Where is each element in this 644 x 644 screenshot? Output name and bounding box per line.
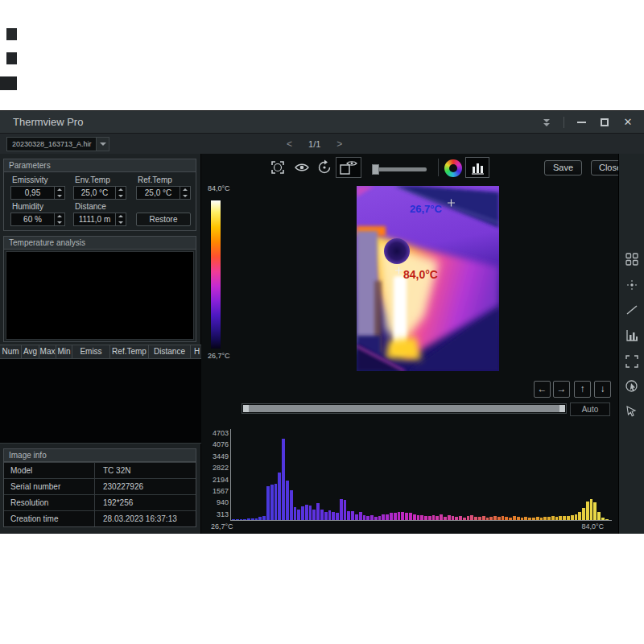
histogram-y-tick: 1567 xyxy=(201,487,229,495)
histogram-bar xyxy=(567,516,570,521)
env-temp-label: Env.Temp xyxy=(75,175,110,184)
info-row: Resolution 192*256 xyxy=(4,494,196,510)
palette-wheel-hole xyxy=(449,164,457,172)
spin-down-button[interactable] xyxy=(116,220,126,226)
grid-view-icon[interactable] xyxy=(625,252,639,266)
minimize-button[interactable] xyxy=(575,116,588,129)
auto-scale-button[interactable]: Auto xyxy=(570,402,610,416)
spin-down-button[interactable] xyxy=(55,220,64,226)
histogram-bar xyxy=(266,486,270,521)
range-slider-fill xyxy=(243,405,565,412)
dropdown-arrow-button[interactable] xyxy=(96,138,109,151)
humidity-stepper[interactable]: 60 % xyxy=(10,213,65,226)
spin-up-button[interactable] xyxy=(55,187,64,193)
range-slider-handle-left[interactable] xyxy=(243,405,249,412)
rotate-icon[interactable] xyxy=(316,159,332,175)
histogram-bar xyxy=(532,518,535,520)
temperature-range-slider[interactable] xyxy=(242,403,567,414)
pan-down-button[interactable]: ↓ xyxy=(594,381,611,398)
histogram-bar xyxy=(555,517,559,520)
histogram-bar xyxy=(301,506,304,521)
line-tool-icon[interactable] xyxy=(625,303,639,317)
restore-button[interactable]: Restore xyxy=(136,213,191,226)
histogram-bar xyxy=(536,517,539,520)
column-header[interactable]: Avg xyxy=(21,345,39,359)
page-prev-button[interactable]: < xyxy=(287,138,292,150)
spin-up-button[interactable] xyxy=(180,187,190,193)
histogram-bar xyxy=(236,519,239,520)
temperature-analysis-groupbox: Temperature analysis xyxy=(3,236,196,342)
histogram-bar xyxy=(351,511,354,520)
profile-chart-icon[interactable] xyxy=(625,328,639,343)
info-row: Model TC 32N xyxy=(4,462,196,478)
histogram-bar xyxy=(459,516,462,521)
histogram-bar xyxy=(505,517,508,520)
pan-up-button[interactable]: ↑ xyxy=(574,381,591,398)
spin-down-button[interactable] xyxy=(180,193,190,200)
select-area-icon[interactable] xyxy=(270,159,286,175)
eye-icon[interactable] xyxy=(294,159,310,175)
histogram-bar xyxy=(432,515,436,520)
spin-down-button[interactable] xyxy=(55,193,64,200)
titlebar-separator xyxy=(564,117,564,128)
column-header[interactable]: Min xyxy=(56,345,72,359)
histogram-bar xyxy=(324,512,328,520)
histogram-bar xyxy=(332,512,335,520)
histogram-bar xyxy=(605,519,609,520)
histogram-bar xyxy=(509,518,512,520)
range-slider-handle-right[interactable] xyxy=(559,405,565,412)
histogram-bar xyxy=(470,515,473,520)
opacity-slider-handle[interactable] xyxy=(372,164,379,175)
right-tool-strip xyxy=(618,154,644,534)
fullscreen-corners-icon[interactable] xyxy=(625,354,639,369)
maximize-button[interactable] xyxy=(598,116,611,129)
histogram-bar xyxy=(309,506,312,520)
histogram-bar xyxy=(355,514,358,520)
spin-up-button[interactable] xyxy=(116,187,126,193)
spin-down-button[interactable] xyxy=(116,193,126,200)
window-fragment xyxy=(0,76,17,90)
palette-wheel-icon[interactable] xyxy=(444,159,462,177)
pan-left-button[interactable]: ← xyxy=(534,381,551,398)
page-navigation: < 1/1 > xyxy=(287,134,342,155)
emissivity-stepper[interactable]: 0,95 xyxy=(10,186,65,200)
close-window-button[interactable]: ✕ xyxy=(621,116,634,129)
histogram-bar xyxy=(563,516,566,520)
cursor-pointer-icon[interactable] xyxy=(625,403,639,418)
select-in-circle-icon[interactable] xyxy=(625,379,639,394)
histogram-bar xyxy=(455,517,458,520)
histogram-bar xyxy=(482,516,485,520)
thermal-image[interactable]: 26,7°C 84,0°C xyxy=(357,186,499,371)
column-header[interactable]: Emiss xyxy=(72,345,110,359)
histogram-bar xyxy=(440,514,443,520)
column-header[interactable]: Num xyxy=(0,345,22,359)
window-menu-chevron-icon[interactable] xyxy=(540,116,553,129)
minimize-icon xyxy=(577,122,586,123)
page-next-button[interactable]: > xyxy=(336,138,342,150)
overlay-visibility-toggle[interactable] xyxy=(336,157,361,178)
spin-up-button[interactable] xyxy=(116,213,126,220)
opacity-slider[interactable] xyxy=(372,167,427,171)
histogram-bar xyxy=(601,518,605,520)
file-dropdown[interactable]: 20230328_163713_A.hir xyxy=(6,137,109,151)
temperature-analysis-title: Temperature analysis xyxy=(4,237,196,250)
spin-up-button[interactable] xyxy=(55,213,64,220)
close-icon: ✕ xyxy=(624,117,633,127)
save-button[interactable]: Save xyxy=(544,160,582,175)
column-header[interactable]: Max xyxy=(39,345,56,359)
column-header[interactable]: Ref.Temp xyxy=(109,345,149,359)
histogram-toggle[interactable] xyxy=(465,157,489,178)
colorbar-min-label: 26,7°C xyxy=(208,352,230,360)
pan-right-button[interactable]: → xyxy=(553,381,570,398)
temperature-colorbar xyxy=(211,200,221,349)
column-header[interactable]: H xyxy=(190,345,201,359)
histogram-bar xyxy=(551,516,555,520)
histogram-bar xyxy=(378,516,382,520)
column-header[interactable]: Distance xyxy=(148,345,191,359)
env-temp-stepper[interactable]: 25,0 °C xyxy=(73,186,126,200)
distance-stepper[interactable]: 1111,0 m xyxy=(73,213,126,226)
histogram-y-tick: 4703 xyxy=(201,429,229,437)
point-tool-icon[interactable] xyxy=(625,278,639,292)
histogram-bar xyxy=(382,514,385,520)
ref-temp-stepper[interactable]: 25,0 °C xyxy=(136,186,191,200)
